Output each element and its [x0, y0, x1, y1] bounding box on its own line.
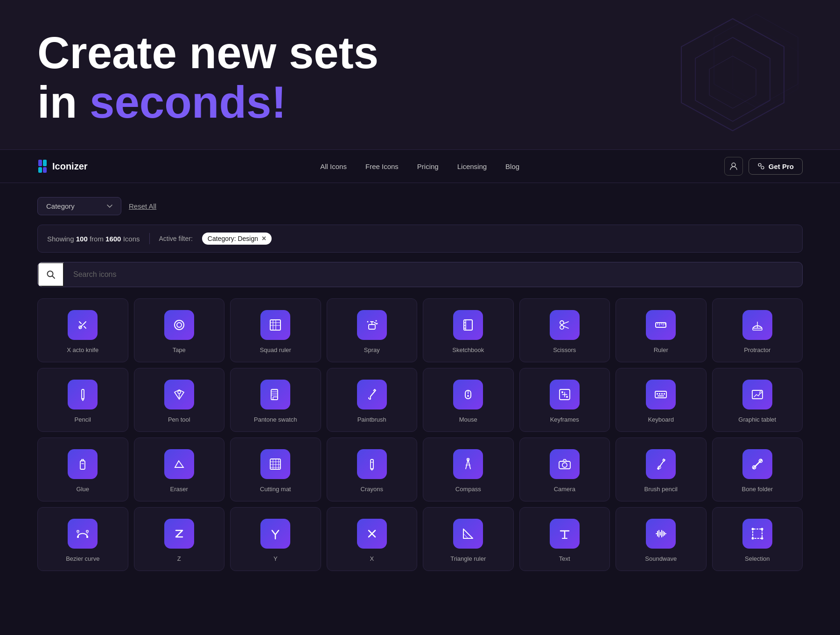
icon-card-graphic-tablet[interactable]: Graphic tablet — [712, 368, 803, 432]
icon-label: Pen tool — [168, 416, 190, 424]
nav-link-all-icons[interactable]: All Icons — [320, 162, 347, 170]
icon-label: Sketchbook — [452, 346, 484, 354]
svg-rect-17 — [369, 325, 375, 329]
svg-rect-43 — [658, 395, 664, 396]
icon-card-x-acto-knife[interactable]: X acto knife — [37, 298, 128, 362]
search-submit-button[interactable] — [38, 262, 64, 287]
icon-card-tape[interactable]: Tape — [134, 298, 225, 362]
icon-card-text[interactable]: Text — [519, 507, 610, 571]
icon-card-pantone-swatch[interactable]: Pantone swatch — [230, 368, 321, 432]
svg-rect-40 — [659, 393, 660, 395]
logo-icon — [37, 160, 49, 173]
svg-rect-41 — [661, 393, 663, 395]
icon-card-protractor[interactable]: Protractor — [712, 298, 803, 362]
svg-point-34 — [467, 395, 469, 397]
filter-tag-close[interactable]: × — [262, 234, 266, 243]
svg-point-37 — [566, 396, 568, 398]
get-pro-button[interactable]: Get Pro — [749, 158, 803, 175]
icon-badge — [357, 449, 387, 479]
icon-badge — [260, 449, 290, 479]
get-pro-label: Get Pro — [769, 162, 794, 170]
svg-point-14 — [175, 320, 184, 330]
icon-label: X — [370, 555, 374, 563]
svg-rect-16 — [270, 320, 280, 330]
nav-logo[interactable]: Iconizer — [37, 160, 88, 173]
icon-badge — [164, 449, 194, 479]
user-account-button[interactable] — [724, 157, 743, 176]
icon-badge — [68, 519, 98, 549]
svg-point-23 — [560, 325, 564, 329]
icon-card-compass[interactable]: Compass — [423, 437, 514, 501]
filter-tag[interactable]: Category: Design × — [202, 233, 272, 245]
icon-badge — [646, 519, 676, 549]
icon-label: Cutting mat — [260, 486, 291, 494]
icon-card-y[interactable]: Y — [230, 507, 321, 571]
svg-point-9 — [732, 163, 735, 167]
category-dropdown[interactable]: Category — [37, 197, 121, 215]
icon-card-scissors[interactable]: Scissors — [519, 298, 610, 362]
icon-label: Spray — [364, 346, 380, 354]
icon-badge — [646, 310, 676, 340]
nav-link-pricing[interactable]: Pricing — [417, 162, 439, 170]
icon-card-brush-pencil[interactable]: Brush pencil — [616, 437, 707, 501]
icon-badge — [742, 519, 772, 549]
icon-label: Keyboard — [648, 416, 674, 424]
icon-badge — [164, 310, 194, 340]
icon-card-soundwave[interactable]: Soundwave — [616, 507, 707, 571]
nav-links: All Icons Free Icons Pricing Licensing B… — [116, 162, 724, 170]
icon-card-glue[interactable]: Glue — [37, 437, 128, 501]
icon-card-ruler[interactable]: Ruler — [616, 298, 707, 362]
icon-card-eraser[interactable]: Eraser — [134, 437, 225, 501]
icon-card-cutting-mat[interactable]: Cutting mat — [230, 437, 321, 501]
icon-card-selection[interactable]: Selection — [712, 507, 803, 571]
svg-rect-71 — [753, 529, 762, 538]
icon-label: Glue — [77, 486, 89, 494]
svg-point-75 — [761, 537, 763, 539]
nav-actions: Get Pro — [724, 157, 803, 176]
hero-line1: Create new sets — [37, 28, 378, 78]
icon-card-paintbrush[interactable]: Paintbrush — [327, 368, 418, 432]
icon-card-x[interactable]: X — [327, 507, 418, 571]
svg-rect-6 — [43, 160, 47, 166]
icon-card-camera[interactable]: Camera — [519, 437, 610, 501]
svg-point-15 — [177, 323, 182, 327]
icon-card-keyboard[interactable]: Keyboard — [616, 368, 707, 432]
icon-label: Squad ruler — [260, 346, 291, 354]
active-filter-label: Active filter: — [159, 235, 193, 242]
icon-label: Bezier curve — [66, 555, 99, 563]
icon-label: Scissors — [553, 346, 576, 354]
icon-card-squad-ruler[interactable]: Squad ruler — [230, 298, 321, 362]
icon-card-bezier-curve[interactable]: Bezier curve — [37, 507, 128, 571]
hero-line2-plain: in — [37, 77, 90, 127]
icon-label: Z — [177, 555, 181, 563]
icon-badge — [357, 519, 387, 549]
icon-badge — [646, 449, 676, 479]
icon-badge — [68, 310, 98, 340]
icon-card-bone-folder[interactable]: Bone folder — [712, 437, 803, 501]
icon-card-z[interactable]: Z — [134, 507, 225, 571]
icon-card-keyframes[interactable]: Keyframes — [519, 368, 610, 432]
icon-card-sketchbook[interactable]: Sketchbook — [423, 298, 514, 362]
icon-card-pencil[interactable]: Pencil — [37, 368, 128, 432]
reset-all-button[interactable]: Reset All — [129, 202, 156, 210]
icon-card-pen-tool[interactable]: Pen tool — [134, 368, 225, 432]
icon-label: Camera — [554, 486, 575, 494]
svg-rect-8 — [43, 167, 47, 173]
svg-rect-48 — [270, 459, 280, 469]
status-total: 1600 — [105, 235, 121, 243]
svg-point-73 — [761, 528, 763, 530]
icon-badge — [260, 519, 290, 549]
search-input[interactable] — [64, 264, 802, 285]
icon-label: Pantone swatch — [254, 416, 297, 424]
icon-card-spray[interactable]: Spray — [327, 298, 418, 362]
nav-link-licensing[interactable]: Licensing — [457, 162, 487, 170]
icon-label: Triangle ruler — [450, 555, 486, 563]
nav-link-blog[interactable]: Blog — [505, 162, 519, 170]
nav-link-free-icons[interactable]: Free Icons — [365, 162, 399, 170]
icon-card-triangle-ruler[interactable]: Triangle ruler — [423, 507, 514, 571]
svg-rect-63 — [77, 536, 79, 538]
icon-card-crayons[interactable]: Crayons — [327, 437, 418, 501]
icon-card-mouse[interactable]: Mouse — [423, 368, 514, 432]
icon-label: Eraser — [170, 486, 188, 494]
user-icon — [729, 162, 738, 170]
